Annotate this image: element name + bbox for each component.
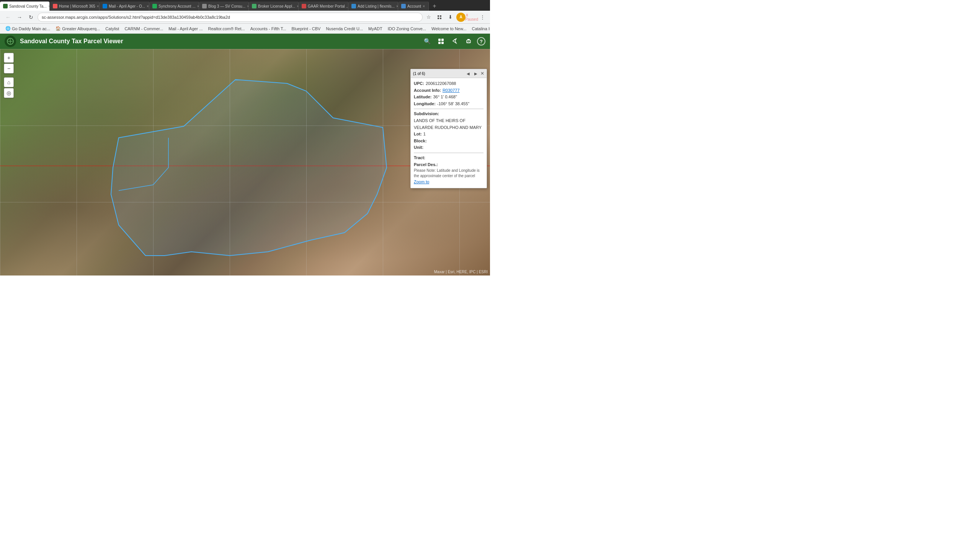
popup-close-button[interactable]: ✕	[480, 71, 484, 76]
bookmark-myadt[interactable]: MyADT	[366, 26, 385, 32]
svg-rect-3	[440, 18, 441, 19]
print-icon-btn[interactable]	[463, 36, 474, 47]
forward-button[interactable]: →	[15, 12, 24, 22]
svg-rect-8	[441, 42, 444, 44]
popup-lat-value: 36° 1' 0.468"	[433, 94, 457, 101]
parcel-boundary	[111, 80, 387, 256]
tab-label-addlisting: Add Listing | flexmls...	[358, 4, 395, 8]
tab-home[interactable]: Home | Microsoft 365 ×	[50, 2, 100, 11]
popup-field-unit: Unit:	[414, 144, 483, 151]
help-icon-btn[interactable]: ?	[477, 37, 485, 46]
bookmark-blueprint[interactable]: Blueprint - CBV	[289, 26, 323, 32]
bookmark-catalina[interactable]: Catalina Island Bir...	[469, 26, 490, 32]
popup-divider-2	[414, 153, 483, 153]
popup-counter: (1 of 6)	[413, 72, 425, 76]
popup-prev-button[interactable]: ◀	[465, 70, 471, 77]
search-icon-btn[interactable]: 🔍	[422, 36, 433, 47]
share-icon-btn[interactable]	[449, 36, 460, 47]
popup-sub-value: LANDS OF THE HEIRS OF VELARDE RUDOLPHO A…	[414, 117, 483, 131]
esri-watermark: Maxar | Esri, HERE, IPC | ESRI	[434, 270, 488, 274]
bookmark-mail[interactable]: Mail - April Ager ...	[166, 26, 205, 32]
tab-label-gaar: GAAR Member Portal ...	[308, 4, 348, 8]
bookmark-label-catalina: Catalina Island Bir...	[472, 26, 490, 31]
tab-label-account: Account	[407, 4, 421, 8]
reload-button[interactable]: ↻	[26, 12, 36, 22]
popup-field-latitude: Latitude: 36° 1' 0.468"	[414, 94, 483, 101]
bookmark-carnm[interactable]: CARNM - Commer...	[122, 26, 165, 32]
popup-header: (1 of 6) ◀ ▶ ✕	[411, 69, 487, 78]
bookmark-albuquerque[interactable]: 🏠 Greater Albuquerq...	[53, 25, 102, 32]
popup-parceldes-label: Parcel Des.:	[414, 161, 438, 168]
home-button[interactable]: ⌂	[4, 77, 14, 87]
svg-rect-1	[440, 15, 441, 17]
popup-note: Please Note: Latitude and Longitude is t…	[414, 168, 483, 179]
tab-account[interactable]: Account ×	[398, 2, 429, 11]
zoom-out-button[interactable]: −	[4, 64, 14, 73]
map-container[interactable]: + − ⌂ ◎ (1 of 6) ◀ ▶ ✕ UPC: 200612206708…	[0, 49, 490, 276]
profile-button[interactable]: A	[456, 13, 466, 22]
popup-account-link[interactable]: R030777	[443, 87, 460, 94]
svg-rect-6	[441, 39, 444, 41]
bookmark-realtor[interactable]: Realtor.com® Ret...	[206, 26, 247, 32]
svg-rect-11	[467, 42, 470, 43]
svg-rect-2	[438, 18, 439, 19]
app-title: Sandoval County Tax Parcel Viewer	[20, 38, 422, 45]
tab-favicon-sync	[152, 4, 157, 8]
tab-favicon-account	[401, 4, 406, 8]
popup-zoom-link[interactable]: Zoom to	[414, 179, 429, 184]
bookmark-godaddy[interactable]: 🌐 Go Daddy Main ac...	[3, 25, 52, 32]
bookmark-catylist[interactable]: Catylist	[103, 26, 121, 32]
svg-rect-7	[438, 42, 441, 44]
address-bar[interactable]	[38, 13, 423, 22]
tab-close-account[interactable]: ×	[423, 4, 425, 8]
popup-lon-label: Longitude:	[414, 101, 436, 108]
tab-mail[interactable]: Mail - April Ager - O... ×	[100, 2, 149, 11]
popup-account-label: Account Info:	[414, 87, 441, 94]
bookmark-label-ido: IDO Zoning Conve...	[388, 26, 426, 31]
tab-favicon-home	[53, 4, 57, 8]
pause-icon[interactable]: ⏸ Paused	[467, 13, 476, 22]
bookmark-label-accounts: Accounts - Fifth T...	[250, 26, 286, 31]
bookmark-label-blueprint: Blueprint - CBV	[292, 26, 321, 31]
tab-close-home[interactable]: ×	[97, 4, 99, 8]
zoom-in-button[interactable]: +	[4, 53, 14, 63]
tab-blog[interactable]: Blog 3 — SV Consu... ×	[199, 2, 249, 11]
popup-upc-value: 2006122067088	[426, 80, 456, 87]
popup-lat-label: Latitude:	[414, 94, 431, 101]
popup-lot-value: 1	[423, 131, 426, 138]
tab-gaar[interactable]: GAAR Member Portal ... ×	[299, 2, 348, 11]
bookmark-star-icon[interactable]: ☆	[424, 13, 433, 22]
bookmark-ido[interactable]: IDO Zoning Conve...	[385, 26, 428, 32]
popup-block-label: Block:	[414, 138, 427, 145]
popup-unit-label: Unit:	[414, 144, 423, 151]
tab-addlisting[interactable]: Add Listing | flexmls... ×	[348, 2, 398, 11]
tab-close-mail[interactable]: ×	[147, 4, 149, 8]
popup-field-account: Account Info: R030777	[414, 87, 483, 94]
bookmarks-bar: 🌐 Go Daddy Main ac... 🏠 Greater Albuquer…	[0, 24, 490, 34]
bookmark-label-carnm: CARNM - Commer...	[124, 26, 163, 31]
bookmark-welcome[interactable]: Welcome to New...	[429, 26, 469, 32]
tab-synchrony[interactable]: Synchrony Account ... ×	[149, 2, 199, 11]
popup-body: UPC: 2006122067088 Account Info: R030777…	[411, 78, 487, 188]
tab-sandoval[interactable]: Sandoval County Ta... ×	[0, 2, 50, 11]
popup-next-button[interactable]: ▶	[473, 70, 479, 77]
map-controls: + − ⌂ ◎	[4, 53, 14, 98]
new-tab-button[interactable]: +	[430, 2, 439, 11]
tab-label-sync: Synchrony Account ...	[158, 4, 196, 8]
tab-label-blog: Blog 3 — SV Consu...	[208, 4, 245, 8]
svg-rect-5	[438, 39, 441, 41]
tab-broker[interactable]: Broker License Appl... ×	[249, 2, 299, 11]
bookmark-accounts[interactable]: Accounts - Fifth T...	[248, 26, 289, 32]
back-button[interactable]: ←	[3, 12, 13, 22]
grid-icon-btn[interactable]	[436, 36, 446, 47]
downloads-icon[interactable]: ⬇	[446, 13, 455, 22]
bookmark-label-myadt: MyADT	[368, 26, 382, 31]
tab-label-broker: Broker License Appl...	[258, 4, 295, 8]
extensions-icon[interactable]	[435, 13, 444, 22]
location-button[interactable]: ◎	[4, 88, 14, 98]
bookmark-nusenda[interactable]: Nusenda Credit U...	[323, 26, 365, 32]
menu-button[interactable]: ⋮	[478, 13, 487, 22]
popup-field-parceldes: Parcel Des.:	[414, 161, 483, 168]
browser-chrome: Sandoval County Ta... × Home | Microsoft…	[0, 0, 490, 34]
logo-icon	[7, 37, 14, 45]
